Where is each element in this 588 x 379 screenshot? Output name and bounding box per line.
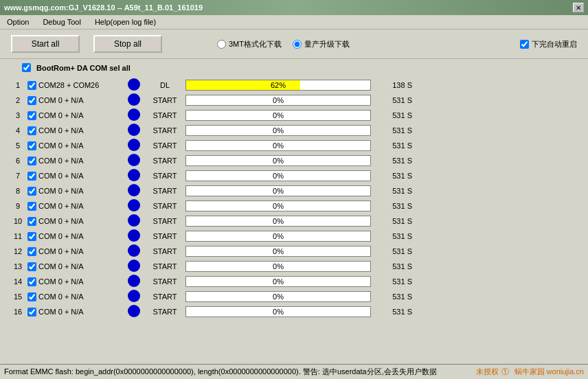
com-checkbox[interactable] — [27, 157, 36, 165]
com-checkbox[interactable] — [27, 262, 36, 271]
com-value: COM 0 + N/A — [38, 217, 84, 225]
download-time: 531 S — [371, 277, 412, 286]
download-time: 531 S — [371, 308, 412, 316]
site-text: 蜗牛家园 woniujia.cn — [514, 367, 584, 377]
com-label: COM 0 + N/A — [27, 277, 124, 286]
com-checkbox[interactable] — [27, 141, 36, 150]
window-title: www.gsmqg.com:GJ_V1628.10 -- A59t_11_B.0… — [4, 3, 203, 12]
download-time: 531 S — [371, 141, 412, 150]
com-value: COM 0 + N/A — [38, 141, 84, 150]
download-time: 531 S — [371, 126, 412, 135]
row-number: 14 — [8, 277, 27, 286]
download-status: START — [144, 247, 185, 255]
menu-option[interactable]: Option — [3, 16, 33, 27]
row-number: 3 — [8, 111, 27, 119]
com-label: COM 0 + N/A — [27, 202, 124, 211]
bootrom-da-com-sel-all-checkbox[interactable] — [22, 63, 31, 72]
table-row: 14 COM 0 + N/ASTART0% 531 S — [8, 274, 580, 289]
com-label: COM 0 + N/A — [27, 126, 124, 135]
download-status: START — [144, 277, 185, 286]
close-button[interactable]: ✕ — [573, 3, 584, 12]
progress-bar-container: 0% — [185, 155, 371, 166]
com-checkbox[interactable] — [27, 172, 36, 181]
status-dot — [124, 108, 144, 122]
com-checkbox[interactable] — [27, 96, 36, 105]
com-value: COM 0 + N/A — [38, 262, 84, 271]
com-checkbox[interactable] — [27, 126, 36, 135]
row-number: 9 — [8, 202, 27, 210]
row-number: 8 — [8, 187, 27, 195]
radio-upgrade-label: 量产升级下载 — [304, 39, 350, 49]
com-checkbox[interactable] — [27, 111, 36, 120]
progress-bar-container: 0% — [185, 246, 371, 257]
table-row: 13 COM 0 + N/ASTART0% 531 S — [8, 259, 580, 274]
com-label: COM 0 + N/A — [27, 232, 124, 241]
table-row: 11 COM 0 + N/ASTART0% 531 S — [8, 229, 580, 244]
com-checkbox[interactable] — [27, 202, 36, 211]
download-time: 531 S — [371, 262, 412, 271]
download-status: START — [144, 232, 185, 240]
com-label: COM 0 + N/A — [27, 262, 124, 271]
com-value: COM 0 + N/A — [38, 232, 84, 240]
download-time: 531 S — [371, 247, 412, 255]
com-label: COM 0 + N/A — [27, 187, 124, 196]
table-row: 9 COM 0 + N/ASTART0% 531 S — [8, 198, 580, 214]
progress-bar-container: 0% — [185, 95, 371, 106]
com-label: COM 0 + N/A — [27, 217, 124, 226]
download-time: 531 S — [371, 187, 412, 195]
menu-help[interactable]: Help(open log file) — [91, 16, 160, 27]
table-header-row: BootRom+ DA COM sel all — [8, 63, 580, 72]
com-value: COM 0 + N/A — [38, 247, 84, 255]
download-mode-group: 3MT格式化下载 量产升级下载 — [217, 39, 350, 49]
com-label: COM 0 + N/A — [27, 157, 124, 165]
progress-bar-container: 0% — [185, 261, 371, 272]
download-status: START — [144, 217, 185, 225]
com-checkbox[interactable] — [27, 217, 36, 226]
status-dot — [124, 275, 144, 288]
stop-all-button[interactable]: Stop all — [93, 35, 162, 53]
menu-debug-tool[interactable]: Debug Tool — [38, 16, 84, 27]
com-checkbox[interactable] — [27, 292, 36, 301]
com-label: COM 0 + N/A — [27, 111, 124, 120]
row-number: 13 — [8, 262, 27, 271]
progress-bar-container: 0% — [185, 276, 371, 287]
download-status: START — [144, 292, 185, 301]
table-row: 12 COM 0 + N/ASTART0% 531 S — [8, 244, 580, 259]
download-status: START — [144, 141, 185, 150]
com-checkbox[interactable] — [27, 247, 36, 256]
com-checkbox[interactable] — [27, 308, 36, 317]
progress-bar-container: 0% — [185, 291, 371, 302]
auto-restart-label: 下完自动重启 — [532, 39, 577, 49]
com-checkbox[interactable] — [27, 187, 36, 196]
com-label: COM 0 + N/A — [27, 247, 124, 256]
bootrom-da-label: BootRom+ DA COM sel all — [36, 64, 131, 72]
progress-bar-container: 0% — [185, 185, 371, 196]
row-number: 16 — [8, 308, 27, 316]
table-row: 6 COM 0 + N/ASTART0% 531 S — [8, 153, 580, 168]
radio-upgrade-download[interactable]: 量产升级下载 — [293, 39, 350, 49]
download-table: 1 COM28 + COM26DL62% 138 S2 COM 0 + N/AS… — [8, 78, 580, 319]
status-message: Format EMMC flash: begin_addr(0x00000000… — [4, 367, 476, 377]
com-value: COM 0 + N/A — [38, 308, 84, 316]
com-checkbox[interactable] — [27, 277, 36, 286]
auto-restart-checkbox[interactable] — [520, 40, 529, 49]
download-time: 531 S — [371, 111, 412, 119]
title-bar: www.gsmqg.com:GJ_V1628.10 -- A59t_11_B.0… — [0, 0, 588, 15]
radio-format-download[interactable]: 3MT格式化下载 — [217, 39, 282, 49]
com-label: COM 0 + N/A — [27, 172, 124, 181]
table-row: 16 COM 0 + N/ASTART0% 531 S — [8, 304, 580, 319]
download-time: 531 S — [371, 202, 412, 210]
watermark-text: 未授权 ① — [476, 367, 508, 377]
table-row: 1 COM28 + COM26DL62% 138 S — [8, 78, 580, 93]
com-value: COM 0 + N/A — [38, 172, 84, 180]
status-dot — [124, 169, 144, 183]
status-dot — [124, 290, 144, 303]
row-number: 6 — [8, 157, 27, 165]
com-value: COM 0 + N/A — [38, 187, 84, 195]
com-checkbox[interactable] — [27, 81, 36, 90]
download-status: START — [144, 308, 185, 316]
download-status: START — [144, 111, 185, 119]
status-dot — [124, 78, 144, 92]
start-all-button[interactable]: Start all — [11, 35, 80, 53]
com-checkbox[interactable] — [27, 232, 36, 241]
